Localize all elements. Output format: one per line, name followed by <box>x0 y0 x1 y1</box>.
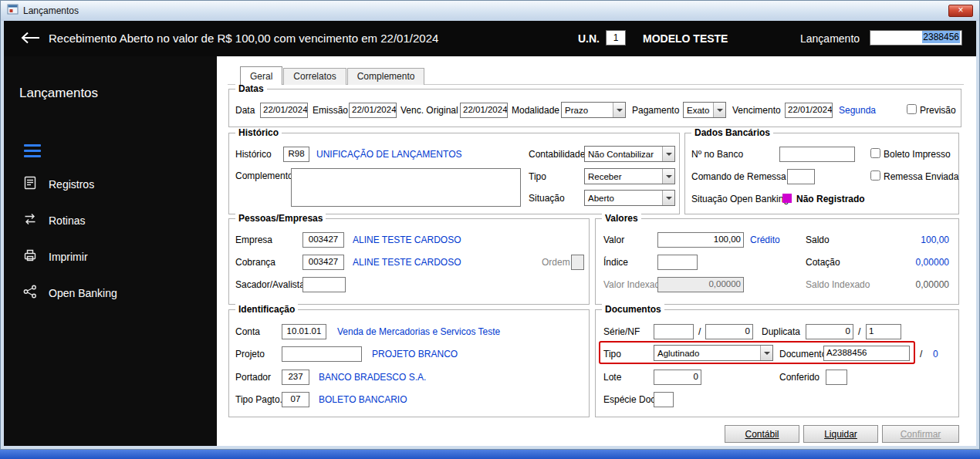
historico-code-input[interactable]: R98 <box>283 147 309 162</box>
venc-original-input[interactable]: 22/01/2024 <box>460 103 508 118</box>
cobranca-code-input[interactable]: 003427 <box>302 255 344 270</box>
vencimento-label: Vencimento <box>732 105 781 116</box>
conta-code-input[interactable]: 10.01.01 <box>282 324 326 339</box>
sidebar-item-label: Rotinas <box>49 214 85 227</box>
portador-description: BANCO BRADESCO S.A. <box>319 372 426 383</box>
documento-tipo-label: Tipo <box>603 349 621 359</box>
serie-nf-label: Série/NF <box>603 326 640 337</box>
sidebar-item-rotinas[interactable]: Rotinas <box>4 210 217 233</box>
sidebar-item-imprimir[interactable]: Imprimir <box>4 246 217 269</box>
confirmar-button[interactable]: Confirmar <box>882 425 959 443</box>
numero-banco-input[interactable] <box>779 147 855 162</box>
tab-correlatos[interactable]: Correlatos <box>283 68 346 85</box>
tipo-value: Receber <box>585 172 662 181</box>
un-input[interactable]: 1 <box>606 30 626 46</box>
serie-nf-input[interactable] <box>654 324 694 339</box>
sidebar-item-registros[interactable]: Registros <box>4 174 217 197</box>
complemento-label: Complemento <box>235 170 293 181</box>
complemento-textarea[interactable] <box>291 168 521 207</box>
sacador-avalista-input[interactable] <box>302 277 346 292</box>
separator: / <box>698 326 701 337</box>
dados-bancarios-section-title: Dados Bancários <box>691 127 773 138</box>
registros-icon <box>22 175 38 194</box>
app-window: Lançamentos × Recebimento Aberto no valo… <box>0 0 980 450</box>
tipo-pagto-code-input[interactable]: 07 <box>282 392 309 407</box>
documento-input[interactable]: A2388456 <box>823 346 910 361</box>
chevron-down-icon <box>760 346 772 360</box>
tab-geral[interactable]: Geral <box>240 66 282 85</box>
pagamento-select[interactable]: Exato <box>683 102 726 118</box>
previsao-checkbox[interactable] <box>907 104 917 114</box>
separator: / <box>858 326 860 337</box>
tipo-label: Tipo <box>529 171 546 182</box>
boleto-impresso-label: Boleto Impresso <box>884 149 951 160</box>
ordem-label: Ordem <box>542 257 570 268</box>
conferido-input[interactable] <box>826 370 847 385</box>
saldo-value: 100,00 <box>866 235 949 245</box>
projeto-input[interactable] <box>282 346 362 362</box>
cobranca-label: Cobrança <box>235 257 275 268</box>
saldo-indexado-value: 0,00000 <box>866 279 949 290</box>
menu-hamburger-icon[interactable] <box>24 144 41 160</box>
remessa-enviada-checkbox[interactable] <box>870 170 880 181</box>
conta-label: Conta <box>235 326 260 337</box>
separator: / <box>920 349 922 359</box>
datas-section-title: Datas <box>235 83 267 94</box>
portador-label: Portador <box>235 372 271 383</box>
pagamento-value: Exato <box>684 106 713 115</box>
liquidar-button[interactable]: Liquidar <box>803 425 878 443</box>
valor-input[interactable]: 100,00 <box>657 232 744 248</box>
situacao-open-banking-label: Situação Open Banking <box>691 194 789 204</box>
emissao-input[interactable]: 22/01/2024 <box>349 103 397 118</box>
data-label: Data <box>235 105 255 116</box>
numero-banco-label: Nº no Banco <box>691 149 743 160</box>
lancamento-number-input[interactable]: 2388456 <box>870 30 962 46</box>
modalidade-select[interactable]: Prazo <box>561 102 626 118</box>
contabilidade-select[interactable]: Não Contabilizar <box>584 146 675 162</box>
remessa-enviada-label: Remessa Enviada <box>884 171 958 182</box>
credito-text: Crédito <box>750 235 780 245</box>
contabilidade-value: Não Contabilizar <box>585 150 662 159</box>
vencimento-input[interactable]: 22/01/2024 <box>785 103 833 118</box>
comando-remessa-label: Comando de Remessa <box>691 171 786 182</box>
taskbar-strip <box>0 450 980 459</box>
data-input[interactable]: 22/01/2024 <box>260 103 308 118</box>
cobranca-name: ALINE TESTE CARDOSO <box>353 257 461 268</box>
especie-doc-input[interactable] <box>654 392 674 407</box>
chevron-down-icon <box>662 169 674 184</box>
previsao-label: Previsão <box>920 105 956 116</box>
sidebar-item-open-banking[interactable]: Open Banking <box>4 282 217 305</box>
empresa-code-input[interactable]: 003427 <box>302 232 344 248</box>
duplicata-num-input[interactable]: 1 <box>866 324 901 339</box>
indice-input[interactable] <box>657 255 698 270</box>
open-banking-icon <box>22 284 38 302</box>
comando-remessa-input[interactable] <box>787 169 815 184</box>
boleto-impresso-checkbox[interactable] <box>870 148 880 158</box>
lancamento-label: Lançamento <box>800 32 860 45</box>
dados-bancarios-section: Dados Bancários Nº no Banco Boleto Impre… <box>684 133 959 214</box>
sacador-avalista-label: Sacador/Avalista <box>235 279 305 290</box>
portador-code-input[interactable]: 237 <box>282 370 309 385</box>
chevron-down-icon <box>613 103 625 117</box>
close-button[interactable]: × <box>948 5 973 17</box>
duplicata-input[interactable]: 0 <box>806 324 853 339</box>
record-summary: Recebimento Aberto no valor de R$ 100,00… <box>49 32 438 45</box>
contabil-button[interactable]: Contábil <box>725 425 799 443</box>
situacao-select[interactable]: Aberto <box>584 190 675 206</box>
historico-section: Histórico Histórico R98 UNIFICAÇÃO DE LA… <box>228 133 680 214</box>
tab-complemento[interactable]: Complemento <box>347 68 425 85</box>
conta-description: Venda de Mercadorias e Servicos Teste <box>337 326 500 337</box>
model-name: MODELO TESTE <box>643 32 728 45</box>
serie-num-input[interactable]: 0 <box>705 324 753 339</box>
pessoas-section-title: Pessoas/Empresas <box>235 213 326 224</box>
valor-indexado-label: Valor Indexado <box>603 279 665 290</box>
documento-label: Documento <box>779 349 826 359</box>
open-banking-status-square <box>782 194 792 203</box>
lancamento-number-value: 2388456 <box>922 31 960 43</box>
tipo-select[interactable]: Receber <box>584 168 675 184</box>
window-body: Recebimento Aberto no valor de R$ 100,00… <box>4 21 976 446</box>
back-button[interactable] <box>19 30 41 49</box>
situacao-label: Situação <box>529 193 565 204</box>
documento-tipo-select[interactable]: Aglutinado <box>654 345 773 361</box>
lote-input[interactable]: 0 <box>654 370 701 385</box>
